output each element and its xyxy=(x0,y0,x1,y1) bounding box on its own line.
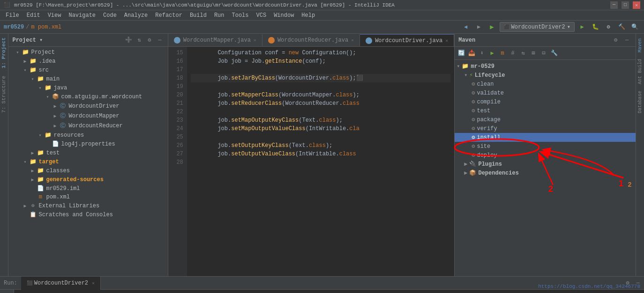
maven-verify[interactable]: ⚙ verify xyxy=(455,124,635,133)
tab-mapper[interactable]: WordcountMapper.java ✕ xyxy=(168,34,262,46)
maven-settings-button[interactable]: ⚙ xyxy=(611,36,621,45)
run-button[interactable]: ▶ xyxy=(577,22,588,33)
build-button[interactable]: 🔨 xyxy=(616,22,627,33)
nav-forward-button[interactable]: ▶ xyxy=(473,22,485,33)
tree-item-mapper[interactable]: ▶ Ⓒ WordcountMapper xyxy=(8,111,167,121)
maven-side-tab[interactable]: Maven xyxy=(637,36,644,55)
tree-item-ext-libs[interactable]: ▶ ⊕ External Libraries xyxy=(8,201,167,210)
tree-item-driver[interactable]: ▶ Ⓒ WordcountDriver xyxy=(8,101,167,111)
tree-item-java[interactable]: ▾ 📁 java xyxy=(8,83,167,92)
close-button[interactable]: ✕ xyxy=(633,1,640,9)
minimize-button[interactable]: ─ xyxy=(610,1,618,9)
menu-navigate[interactable]: Navigate xyxy=(65,10,99,21)
maven-install[interactable]: ⚙ install xyxy=(455,133,635,142)
project-sync-button[interactable]: ⇅ xyxy=(135,36,143,44)
tree-item-target[interactable]: ▾ 📁 target xyxy=(8,157,167,166)
tab-mapper-close[interactable]: ✕ xyxy=(254,37,256,43)
menu-view[interactable]: View xyxy=(44,10,65,21)
maven-minimize-button[interactable]: ─ xyxy=(622,36,632,45)
maven-test[interactable]: ⚙ test xyxy=(455,106,635,115)
bottom-content: ▶ ▲ ▼ ≡ 📌 File Input Format Counters Byt… xyxy=(0,290,644,293)
run-output: File Input Format Counters Bytes Read=60… xyxy=(14,290,644,293)
maven-collapse-button[interactable]: ⊟ xyxy=(539,49,548,58)
project-add-button[interactable]: ➕ xyxy=(125,36,133,44)
nav-back-button[interactable]: ◀ xyxy=(460,22,472,33)
nav-recent-button[interactable]: ▶ xyxy=(487,22,498,33)
database-tab[interactable]: Database xyxy=(637,88,644,116)
app-icon: ⬛ xyxy=(4,2,10,8)
maven-run-button[interactable]: ▶ xyxy=(487,49,497,58)
settings-button[interactable]: ⚙ xyxy=(603,22,614,33)
main-area: 1: Project 7: Structure Project ▾ ➕ ⇅ ⚙ … xyxy=(0,34,644,276)
tree-item-iml[interactable]: ▶ 📄 mr0529.iml xyxy=(8,184,167,193)
gear-icon: ⚙ xyxy=(472,81,475,88)
tree-item-package[interactable]: ▾ 📦 com.atguigu.mr.wordcount xyxy=(8,92,167,101)
tree-item-generated[interactable]: ▶ 📁 generated-sources xyxy=(8,175,167,184)
nav-sep: / xyxy=(26,24,29,30)
tree-item-main[interactable]: ▾ 📁 main xyxy=(8,74,167,83)
menu-code[interactable]: Code xyxy=(99,10,120,21)
tree-item-classes[interactable]: ▶ 📁 classes xyxy=(8,166,167,175)
tab-reducer[interactable]: WordcountReducer.java ✕ xyxy=(262,34,360,46)
editor-content[interactable]: 15 16 17 18 19 20 21 22 23 24 25 26 27 2… xyxy=(168,47,454,276)
menu-build[interactable]: Build xyxy=(186,10,210,21)
maven-clean[interactable]: ⚙ clean xyxy=(455,80,635,88)
tree-item-idea[interactable]: ▶ 📁 .idea xyxy=(8,57,167,66)
maven-add-button[interactable]: 📥 xyxy=(467,49,476,58)
nav-project[interactable]: mr0529 xyxy=(4,24,24,30)
code-content[interactable]: Configuration conf = new Configuration()… xyxy=(187,47,454,276)
tree-item-log4j[interactable]: ▶ 📄 log4j.properties xyxy=(8,139,167,148)
maven-site[interactable]: ⚙ site xyxy=(455,142,635,151)
tree-item-test[interactable]: ▶ 📁 test xyxy=(8,148,167,157)
tab-driver-close[interactable]: ✕ xyxy=(445,38,448,44)
maven-toggle-button[interactable]: ⇆ xyxy=(518,49,528,58)
debug-button[interactable]: 🐛 xyxy=(590,22,601,33)
code-line-24: job.setMapOutputValueClass(IntWritable.c… xyxy=(191,125,450,133)
ant-build-tab[interactable]: Ant Build xyxy=(637,56,644,87)
nav-pom[interactable]: m pom.xml xyxy=(31,24,61,30)
menu-analyze[interactable]: Analyze xyxy=(120,10,151,21)
code-line-22 xyxy=(191,108,450,116)
maven-compile[interactable]: ⚙ compile xyxy=(455,97,635,106)
maven-refresh-button[interactable]: 🔄 xyxy=(457,49,466,58)
maven-download-button[interactable]: ⬇ xyxy=(477,49,487,58)
project-settings-button[interactable]: ⚙ xyxy=(145,36,154,44)
maven-package[interactable]: ⚙ package xyxy=(455,115,635,124)
maven-wrench-button[interactable]: 🔧 xyxy=(549,49,559,58)
menu-run[interactable]: Run xyxy=(210,10,228,21)
maven-expand-button[interactable]: ⊞ xyxy=(529,49,538,58)
tree-item-resources[interactable]: ▾ 📁 resources xyxy=(8,131,167,139)
maven-lifecycle-header[interactable]: ▾ ⚡ Lifecycle xyxy=(455,71,635,80)
maven-m-button[interactable]: m xyxy=(498,49,507,58)
menu-vcs[interactable]: VCS xyxy=(253,10,270,21)
maven-project-root[interactable]: ▾ 📁 mr-0529 xyxy=(455,62,635,71)
maven-deps-label: Dependencies xyxy=(478,170,518,176)
resources-folder-icon: 📁 xyxy=(44,132,52,139)
project-minimize-button[interactable]: ─ xyxy=(156,36,164,44)
menu-tools[interactable]: Tools xyxy=(228,10,253,21)
tree-item-pom[interactable]: ▶ m pom.xml xyxy=(8,193,167,201)
menu-help[interactable]: Help xyxy=(298,10,319,21)
maven-deps-header[interactable]: ▶ 📦 Dependencies xyxy=(455,168,635,177)
structure-side-tab[interactable]: 7: Structure xyxy=(0,72,8,117)
menu-window[interactable]: Window xyxy=(270,10,298,21)
maximize-button[interactable]: □ xyxy=(622,1,629,9)
menu-file[interactable]: File xyxy=(2,10,23,21)
project-side-tab[interactable]: 1: Project xyxy=(0,34,8,72)
tree-item-scratches[interactable]: ▶ 📋 Scratches and Consoles xyxy=(8,210,167,219)
maven-plugins-header[interactable]: ▶ 🔌 Plugins xyxy=(455,160,635,168)
maven-validate[interactable]: ⚙ validate xyxy=(455,88,635,97)
bottom-tab-run[interactable]: ⬛ WordcountDriver2 ✕ xyxy=(21,277,101,290)
run-config-selector[interactable]: ⬛ WordcountDriver2 ▾ xyxy=(500,22,575,32)
run-tab-close[interactable]: ✕ xyxy=(92,280,95,286)
menu-edit[interactable]: Edit xyxy=(23,10,44,21)
tree-item-project[interactable]: ▾ 📁 Project xyxy=(8,48,167,57)
maven-skip-button[interactable]: # xyxy=(508,49,517,58)
maven-deploy[interactable]: ⚙ deploy xyxy=(455,151,635,160)
tab-driver[interactable]: WordcountDriver.java ✕ xyxy=(360,34,454,46)
tree-item-src[interactable]: ▾ 📁 src xyxy=(8,66,167,74)
search-button[interactable]: 🔍 xyxy=(629,22,640,33)
tree-item-reducer[interactable]: ▶ Ⓒ WordcountReducer xyxy=(8,121,167,131)
menu-refactor[interactable]: Refactor xyxy=(151,10,186,21)
tab-reducer-close[interactable]: ✕ xyxy=(351,37,354,43)
